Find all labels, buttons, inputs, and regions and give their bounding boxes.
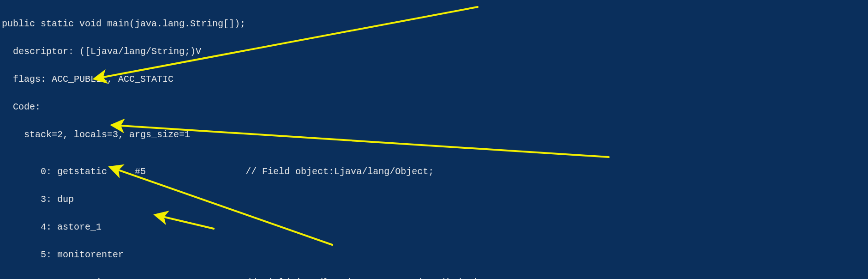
descriptor-line: descriptor: ([Ljava/lang/String;)V [2,47,572,56]
bytecode-instruction: 5: monitorenter [2,250,572,260]
bytecode-instruction: 4: astore_1 [2,223,572,232]
code-label: Code: [2,103,572,112]
stack-line: stack=2, locals=3, args_size=1 [2,130,572,140]
bytecode-instruction: 0: getstatic #5 // Field object:Ljava/la… [2,167,572,176]
bytecode-screenshot: public static void main(java.lang.String… [0,0,868,279]
method-signature: public static void main(java.lang.String… [2,19,572,29]
flags-line: flags: ACC_PUBLIC, ACC_STATIC [2,75,572,84]
bytecode-instruction: 3: dup [2,195,572,204]
bytecode-listing: public static void main(java.lang.String… [2,1,572,279]
